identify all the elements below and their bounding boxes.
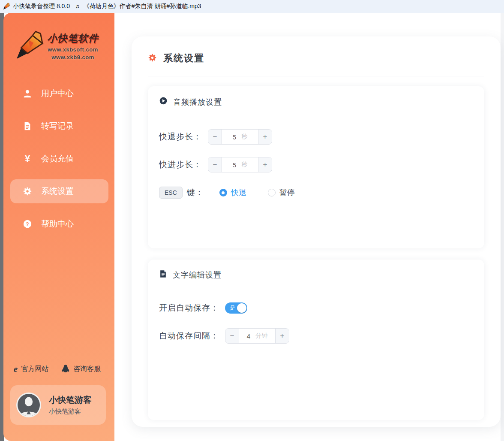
rewind-step-row: 快退步长： − 5 秒 + [159, 129, 484, 145]
sidebar-menu: 用户中心 转写记录 ¥ 会员充值 [10, 82, 108, 236]
toggle-on-text: 是 [230, 304, 235, 312]
service-icon [61, 364, 70, 375]
sidebar-item-label: 系统设置 [41, 186, 74, 197]
logo-name: 小快笔软件 [47, 32, 99, 45]
logo-url-1: www.xkbsoft.com [48, 46, 98, 53]
user-name: 小快笔游客 [49, 394, 92, 406]
sidebar-item-user-center[interactable]: 用户中心 [10, 82, 108, 106]
gear-icon [22, 186, 33, 196]
divider [159, 289, 473, 289]
sidebar-item-label: 会员充值 [41, 153, 74, 164]
window-right-edge [501, 13, 504, 441]
interval-input[interactable]: 4 分钟 [239, 329, 275, 343]
divider [159, 116, 473, 116]
document-icon [22, 121, 33, 131]
app-pencil-icon [3, 3, 10, 10]
increase-button[interactable]: + [258, 157, 272, 172]
app-title: 小快笔录音整理 8.0.0 [13, 3, 70, 9]
app-logo: 小快笔软件 www.xkbsoft.com www.xkb9.com [14, 30, 114, 62]
esc-key-row: ESC 键： 快退 暂停 [159, 185, 484, 200]
sidebar-item-label: 用户中心 [41, 88, 74, 99]
settings-panel: 系统设置 音频播放设置 快退步长： − 5 秒 + [132, 36, 501, 427]
toggle-knob [237, 303, 246, 313]
sidebar-item-transcripts[interactable]: 转写记录 [10, 114, 108, 138]
user-icon [22, 88, 33, 99]
sidebar: 小快笔软件 www.xkbsoft.com www.xkb9.com 用户中心 [3, 13, 114, 441]
pencil-logo-icon [14, 30, 45, 62]
settings-gear-icon [148, 53, 157, 64]
text-card-title: 文字编辑设置 [173, 270, 222, 280]
window-titlebar: 小快笔录音整理 8.0.0 ♬ 《荷塘月色》作者#朱自清 朗诵#孙道临.mp3 [0, 0, 504, 13]
audio-card-header: 音频播放设置 [148, 86, 484, 116]
autosave-label: 开启自动保存： [159, 302, 219, 314]
sidebar-footer-links: e 官方网站 咨询客服 [3, 364, 111, 375]
forward-step-stepper: − 5 秒 + [208, 157, 272, 172]
decrease-button[interactable]: − [225, 329, 239, 343]
logo-url-2: www.xkb9.com [51, 54, 94, 60]
radio-selected-icon[interactable] [219, 189, 227, 196]
autosave-toggle[interactable]: 是 [225, 302, 247, 314]
play-circle-icon [159, 97, 168, 107]
rewind-step-stepper: − 5 秒 + [208, 129, 272, 145]
rewind-step-input[interactable]: 5 秒 [222, 130, 258, 144]
interval-stepper: − 4 分钟 + [225, 328, 289, 344]
forward-step-row: 快进步长： − 5 秒 + [159, 157, 484, 172]
audio-card-title: 音频播放设置 [173, 97, 222, 107]
sidebar-item-label: 帮助中心 [41, 218, 74, 230]
esc-key-label: 键： [187, 187, 204, 198]
question-icon: ? [22, 219, 33, 229]
autosave-interval-row: 自动保存间隔： − 4 分钟 + [159, 328, 484, 344]
page-title: 系统设置 [163, 52, 204, 65]
now-playing-title: 《荷塘月色》作者#朱自清 朗诵#孙道临.mp3 [84, 3, 201, 9]
svg-text:?: ? [26, 221, 29, 227]
sidebar-item-settings[interactable]: 系统设置 [10, 179, 108, 203]
sidebar-item-recharge[interactable]: ¥ 会员充值 [10, 147, 108, 171]
forward-step-input[interactable]: 5 秒 [222, 157, 258, 172]
decrease-button[interactable]: − [208, 130, 222, 144]
user-subtitle: 小快笔游客 [49, 408, 92, 416]
text-card-header: 文字编辑设置 [148, 260, 484, 289]
panel-header: 系统设置 [148, 36, 484, 76]
esc-key-badge: ESC [159, 187, 183, 199]
radio-option-rewind[interactable]: 快退 [219, 187, 246, 198]
avatar [16, 393, 41, 417]
increase-button[interactable]: + [258, 130, 272, 144]
increase-button[interactable]: + [275, 329, 289, 343]
rewind-step-label: 快退步长： [159, 131, 202, 142]
music-note-icon: ♬ [75, 3, 81, 9]
radio-option-pause[interactable]: 暂停 [268, 187, 295, 198]
official-website-link[interactable]: e 官方网站 [14, 364, 48, 375]
interval-label: 自动保存间隔： [159, 330, 219, 341]
audio-settings-card: 音频播放设置 快退步长： − 5 秒 + 快进步长： − 5 秒 [148, 86, 484, 248]
user-profile-card[interactable]: 小快笔游客 小快笔游客 [10, 385, 106, 425]
autosave-row: 开启自动保存： 是 [159, 300, 484, 316]
text-settings-card: 文字编辑设置 开启自动保存： 是 自动保存间隔： − 4 分钟 + [148, 260, 484, 420]
sidebar-item-label: 转写记录 [41, 121, 74, 132]
decrease-button[interactable]: − [208, 157, 222, 172]
document-edit-icon [159, 270, 167, 280]
customer-service-link[interactable]: 咨询客服 [61, 364, 101, 375]
sidebar-item-help[interactable]: ? 帮助中心 [10, 212, 108, 236]
forward-step-label: 快进步长： [159, 159, 202, 170]
browser-icon: e [14, 364, 18, 375]
yen-icon: ¥ [22, 154, 33, 164]
radio-unselected-icon[interactable] [268, 189, 276, 196]
